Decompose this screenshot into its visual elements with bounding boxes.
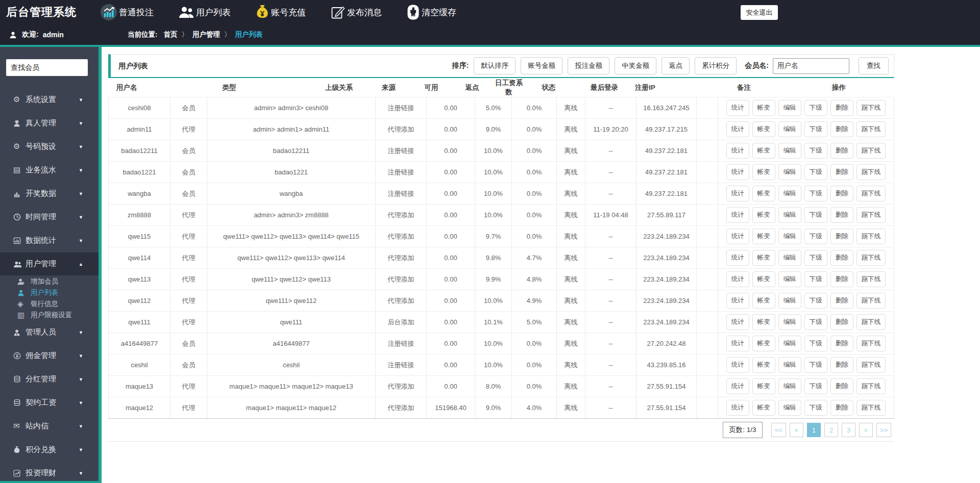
row-action-button[interactable]: 踢下线 [856,314,886,330]
row-action-button[interactable]: 删除 [830,186,853,201]
row-action-button[interactable]: 统计 [726,314,749,330]
row-action-button[interactable]: 编辑 [778,143,801,159]
row-action-button[interactable]: 编辑 [778,164,801,180]
row-action-button[interactable]: 踢下线 [856,121,886,137]
row-action-button[interactable]: 统计 [726,357,749,373]
row-action-button[interactable]: 帐变 [752,378,775,394]
row-action-button[interactable]: 删除 [830,293,853,309]
row-action-button[interactable]: 编辑 [778,207,801,223]
row-action-button[interactable]: 帐变 [752,336,775,351]
row-action-button[interactable]: 编辑 [778,378,801,394]
row-action-button[interactable]: 下级 [804,100,827,116]
row-action-button[interactable]: 删除 [830,228,853,244]
row-action-button[interactable]: 编辑 [778,400,801,416]
top-nav-item[interactable]: 发布消息 [330,5,382,20]
sidebar-submenu-item[interactable]: 用户列表 [0,287,99,298]
page-button[interactable]: >> [876,423,891,437]
sort-button[interactable]: 投注金额 [568,57,609,74]
row-action-button[interactable]: 踢下线 [856,250,886,266]
row-action-button[interactable]: 统计 [726,143,749,159]
row-action-button[interactable]: 踢下线 [856,228,886,244]
row-action-button[interactable]: 下级 [804,186,827,201]
row-action-button[interactable]: 删除 [830,250,853,266]
row-action-button[interactable]: 删除 [830,336,853,351]
row-action-button[interactable]: 踢下线 [856,400,886,416]
row-action-button[interactable]: 踢下线 [856,378,886,394]
row-action-button[interactable]: 下级 [804,271,827,287]
find-button[interactable]: 查找 [859,57,889,74]
sidebar-menu-item[interactable]: ⚙ 系统设置 ▼ [0,88,99,111]
row-action-button[interactable]: 编辑 [778,121,801,137]
page-button[interactable]: << [771,423,786,437]
breadcrumb-home[interactable]: 首页 [164,30,178,39]
row-action-button[interactable]: 下级 [804,143,827,159]
sort-button[interactable]: 返点 [662,57,690,74]
row-action-button[interactable]: 编辑 [778,186,801,201]
row-action-button[interactable]: 下级 [804,293,827,309]
top-nav-item[interactable]: 清空缓存 [406,5,456,20]
row-action-button[interactable]: 编辑 [778,271,801,287]
top-nav-item[interactable]: 普通投注 [100,4,154,21]
sidebar-menu-item[interactable]: ▤ 业务流水 ▼ [0,159,99,182]
sidebar-menu-item[interactable]: 开奖数据 ▼ [0,182,99,205]
row-action-button[interactable]: 帐变 [752,207,775,223]
sidebar-menu-item[interactable]: 真人管理 ▼ [0,112,99,135]
sidebar-menu-item[interactable]: 用户管理 ▲ [0,252,99,275]
page-button[interactable]: 1 [807,423,821,437]
row-action-button[interactable]: 删除 [830,314,853,330]
row-action-button[interactable]: 删除 [830,378,853,394]
sidebar-menu-item[interactable]: 佣金管理 ▼ [0,344,99,367]
sort-button[interactable]: 中奖金额 [615,57,656,74]
row-action-button[interactable]: 下级 [804,378,827,394]
row-action-button[interactable]: 下级 [804,250,827,266]
row-action-button[interactable]: 统计 [726,186,749,201]
row-action-button[interactable]: 删除 [830,271,853,287]
row-action-button[interactable]: 帐变 [752,228,775,244]
sidebar-menu-item[interactable]: 积分兑换 ▼ [0,438,99,461]
row-action-button[interactable]: 编辑 [778,293,801,309]
sidebar-menu-item[interactable]: 分红管理 ▼ [0,368,99,391]
sidebar-menu-item[interactable]: 契约工资 ▼ [0,391,99,414]
row-action-button[interactable]: 删除 [830,121,853,137]
page-button[interactable]: > [859,423,873,437]
row-action-button[interactable]: 踢下线 [856,357,886,373]
row-action-button[interactable]: 下级 [804,121,827,137]
sort-button[interactable]: 累计积分 [695,57,737,74]
row-action-button[interactable]: 编辑 [778,336,801,351]
row-action-button[interactable]: 统计 [726,207,749,223]
row-action-button[interactable]: 踢下线 [856,186,886,201]
row-action-button[interactable]: 帐变 [752,400,775,416]
row-action-button[interactable]: 踢下线 [856,271,886,287]
top-nav-item[interactable]: 用户列表 [178,6,231,18]
top-nav-item[interactable]: 账号充值 [255,5,306,20]
row-action-button[interactable]: 下级 [804,336,827,351]
row-action-button[interactable]: 删除 [830,207,853,223]
row-action-button[interactable]: 删除 [830,400,853,416]
sidebar-menu-item[interactable]: 管理人员 ▼ [0,321,99,344]
row-action-button[interactable]: 统计 [726,100,749,116]
row-action-button[interactable]: 下级 [804,357,827,373]
row-action-button[interactable]: 统计 [726,293,749,309]
row-action-button[interactable]: 帐变 [752,121,775,137]
row-action-button[interactable]: 踢下线 [856,293,886,309]
row-action-button[interactable]: 帐变 [752,100,775,116]
row-action-button[interactable]: 踢下线 [856,164,886,180]
row-action-button[interactable]: 统计 [726,121,749,137]
row-action-button[interactable]: 下级 [804,228,827,244]
member-name-input[interactable] [773,58,849,74]
row-action-button[interactable]: 帐变 [752,314,775,330]
row-action-button[interactable]: 下级 [804,164,827,180]
row-action-button[interactable]: 统计 [726,228,749,244]
row-action-button[interactable]: 删除 [830,357,853,373]
row-action-button[interactable]: 踢下线 [856,336,886,351]
row-action-button[interactable]: 编辑 [778,100,801,116]
sidebar-submenu-item[interactable]: 增加会员 [0,276,99,287]
row-action-button[interactable]: 编辑 [778,250,801,266]
page-button[interactable]: 2 [824,423,838,437]
member-search-input[interactable] [6,59,88,76]
row-action-button[interactable]: 统计 [726,271,749,287]
sidebar-submenu-item[interactable]: ▥ 用户限额设置 [0,310,99,321]
row-action-button[interactable]: 踢下线 [856,207,886,223]
row-action-button[interactable]: 统计 [726,400,749,416]
row-action-button[interactable]: 统计 [726,250,749,266]
